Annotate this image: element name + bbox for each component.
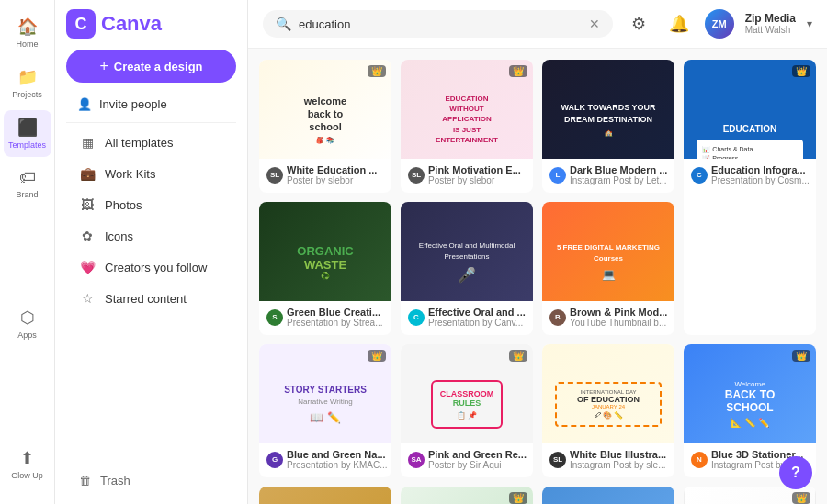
sidebar-top: C Canva + Create a design 👤 Invite peopl…	[55, 0, 247, 323]
sidebar-bottom: 🗑 Trash	[55, 457, 247, 504]
help-button[interactable]: ?	[779, 456, 812, 489]
card-author-avatar-6: C	[408, 309, 425, 326]
nav-starred-content[interactable]: ☆ Starred content	[66, 283, 236, 314]
card-author-avatar-7: B	[549, 309, 566, 326]
trash-icon: 🗑	[79, 474, 91, 487]
sidebar-item-home[interactable]: 🏠 Home	[4, 9, 51, 56]
header: 🔍 ✕ ⚙ 🔔 ZM Zip Media Matt Walsh ▾	[248, 0, 827, 49]
settings-icon[interactable]: ⚙	[624, 9, 653, 39]
card-title-3: Dark Blue Modern ...	[570, 164, 667, 175]
user-subtitle: Matt Walsh	[745, 25, 796, 36]
pro-badge-story: 👑	[368, 350, 386, 362]
card-thumb-3: WALK TOWARDS YOUR DREAM DESTINATION 🏫	[542, 60, 674, 159]
template-grid: welcomeback toschool 🎒 📚 👑 SL White Educ…	[259, 60, 816, 504]
notification-icon[interactable]: 🔔	[664, 9, 694, 39]
pro-badge-10: 👑	[792, 350, 810, 362]
briefcase-icon: 💼	[79, 165, 96, 182]
nav-divider	[66, 122, 236, 123]
card-author-avatar-1: SL	[266, 167, 283, 184]
card-thumb-1: welcomeback toschool 🎒 📚 👑	[259, 60, 391, 159]
invite-people-button[interactable]: 👤 Invite people	[66, 90, 236, 118]
sidebar-item-apps[interactable]: ⬡ Apps	[4, 300, 51, 347]
template-card-13[interactable]: EDUCATION PRESENTATION 📊 BS Blue And Yel…	[542, 487, 674, 504]
brand-icon: 🏷	[19, 168, 36, 187]
card-author-avatar-10: N	[691, 452, 708, 468]
card-author-1: Poster by slebor	[287, 175, 377, 185]
sidebar-item-brand[interactable]: 🏷 Brand	[4, 161, 51, 207]
avatar[interactable]: ZM	[705, 9, 734, 39]
nav-all-templates[interactable]: ▦ All templates	[66, 127, 236, 158]
nav-creators-follow[interactable]: 💗 Creators you follow	[66, 252, 236, 283]
create-design-button[interactable]: + Create a design	[66, 50, 236, 83]
card-author-avatar-2: SL	[408, 167, 425, 184]
card-meta-9: SL White Blue Illustra... Instagram Post…	[542, 443, 674, 477]
templates-icon: ⬛	[17, 118, 38, 138]
user-dropdown-icon[interactable]: ▾	[807, 17, 812, 30]
card-title-6: Effective Oral and ...	[428, 307, 526, 318]
template-card-1[interactable]: welcomeback toschool 🎒 📚 👑 SL White Educ…	[259, 60, 391, 193]
card-author-avatar-8: SA	[408, 452, 425, 468]
card-meta-5: S Green Blue Creati... Presentation by S…	[259, 301, 391, 335]
card-meta-4: C Education Infogra... Presentation by C…	[684, 159, 816, 193]
sidebar-item-glowup[interactable]: ⬆ Glow Up	[4, 441, 51, 487]
template-card-11[interactable]: BAG BACKTOSCHOOL Q Yellow Brown Sim... F…	[259, 487, 391, 504]
card-meta-3: L Dark Blue Modern ... Instagram Post by…	[542, 159, 674, 193]
template-card-story[interactable]: STORY STARTERS Narrative Writing 📖 ✏️ 👑 …	[259, 344, 391, 477]
template-card-7[interactable]: 5 FREE DIGITAL MARKETING Courses 💻 B Bro…	[542, 202, 674, 335]
card-thumb-6: Effective Oral and Multimodal Presentati…	[401, 202, 533, 301]
search-input[interactable]	[299, 17, 582, 31]
apps-icon: ⬡	[20, 308, 35, 328]
template-card-2[interactable]: EDUCATIONWITHOUTAPPLICATIONIS JUSTENTERT…	[401, 60, 533, 193]
follow-icon: 💗	[79, 259, 96, 275]
nav-work-kits[interactable]: 💼 Work Kits	[66, 158, 236, 189]
home-icon: 🏠	[17, 17, 38, 37]
search-clear-icon[interactable]: ✕	[589, 17, 600, 31]
user-name: Zip Media	[745, 12, 796, 25]
card-meta-1: SL White Education ... Poster by slebor	[259, 159, 391, 193]
nav-photos[interactable]: 🖼 Photos	[66, 189, 236, 220]
card-title-5: Green Blue Creati...	[287, 307, 383, 318]
card-thumb-2: EDUCATIONWITHOUTAPPLICATIONIS JUSTENTERT…	[401, 60, 533, 159]
sidebar-item-projects[interactable]: 📁 Projects	[4, 60, 51, 106]
card-thumb-10: Welcome BACK TO SCHOOL 📐 📏 ✏️ 👑	[684, 344, 816, 443]
plus-icon: +	[99, 58, 108, 74]
card-author-3: Instagram Post by Let...	[570, 175, 667, 185]
template-card-12[interactable]: EDUCATION PRESENTATION 📚 🎓 ✏️ 👑 G Colorf…	[401, 487, 533, 504]
icon-icon: ✿	[79, 228, 96, 244]
card-thumb-4: EDUCATION 📊 Charts & Data📈 Progress✏️ Le…	[684, 60, 816, 159]
card-author-avatar-4: C	[691, 167, 708, 184]
sidebar-item-templates[interactable]: ⬛ Templates	[4, 110, 51, 157]
card-thumb-story: STORY STARTERS Narrative Writing 📖 ✏️ 👑	[259, 344, 391, 443]
pro-badge-14: 👑	[792, 492, 810, 504]
card-meta-2: SL Pink Motivation E... Poster by slebor	[401, 159, 533, 193]
template-card-9[interactable]: INTERNATIONAL DAY OF EDUCATION JANUARY 2…	[542, 344, 674, 477]
canva-logo: C Canva	[66, 9, 236, 39]
icon-nav-bar: 🏠 Home 📁 Projects ⬛ Templates 🏷 Brand ⬡ …	[0, 0, 55, 504]
card-title-7: Brown & Pink Mod...	[570, 307, 667, 318]
template-card-3[interactable]: WALK TOWARDS YOUR DREAM DESTINATION 🏫 L …	[542, 60, 674, 193]
card-author-9: Instagram Post by sle...	[570, 460, 666, 470]
trash-button[interactable]: 🗑 Trash	[66, 466, 236, 495]
template-card-5[interactable]: ORGANIC WASTE ♻️ S Green Blue Creati... …	[259, 202, 391, 335]
card-meta-6: C Effective Oral and ... Presentation by…	[401, 301, 533, 335]
card-author-story: Presentation by KMAC...	[287, 460, 388, 470]
search-icon: 🔍	[276, 17, 291, 31]
template-card-4[interactable]: EDUCATION 📊 Charts & Data📈 Progress✏️ Le…	[684, 60, 816, 335]
search-bar[interactable]: 🔍 ✕	[263, 10, 613, 38]
star-icon: ☆	[79, 290, 96, 307]
person-icon: 👤	[77, 97, 92, 111]
card-meta-7: B Brown & Pink Mod... YouTube Thumbnail …	[542, 301, 674, 335]
card-meta-story: G Blue and Green Na... Presentation by K…	[259, 443, 391, 477]
sidebar: C Canva + Create a design 👤 Invite peopl…	[55, 0, 248, 504]
card-author-avatar-story: G	[266, 452, 283, 468]
canva-logo-icon: C	[66, 9, 96, 39]
main-area: 🔍 ✕ ⚙ 🔔 ZM Zip Media Matt Walsh ▾	[248, 0, 827, 504]
card-title-8: Pink and Green Re...	[428, 449, 527, 460]
glowup-icon: ⬆	[20, 448, 34, 468]
template-card-6[interactable]: Effective Oral and Multimodal Presentati…	[401, 202, 533, 335]
pro-badge-8: 👑	[509, 350, 527, 362]
pro-badge-12: 👑	[509, 492, 527, 504]
template-card-8[interactable]: CLASSROOM RULES 📋 📌 👑 SA Pink and Green …	[401, 344, 533, 477]
nav-icons[interactable]: ✿ Icons	[66, 220, 236, 252]
card-title-story: Blue and Green Na...	[287, 449, 388, 460]
